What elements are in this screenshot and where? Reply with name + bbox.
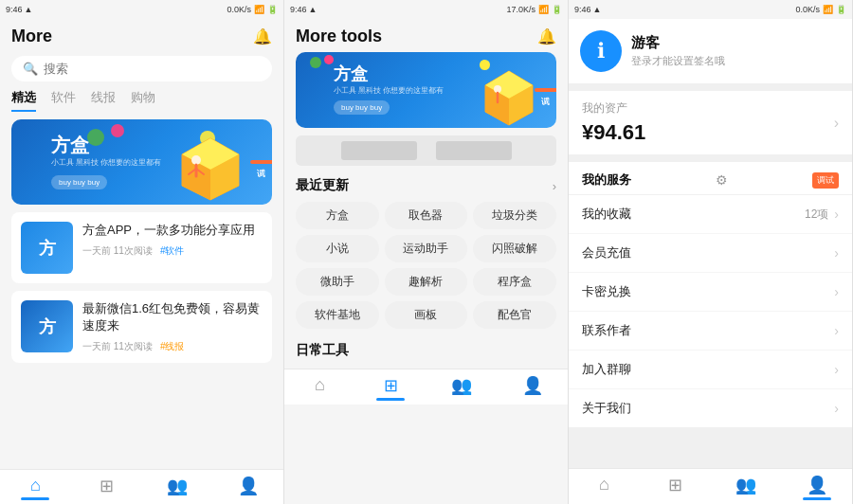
debug-badge-p2: 调试 (535, 88, 556, 92)
service-row-3[interactable]: 联系作者 › (569, 312, 852, 351)
service-row-2[interactable]: 卡密兑换 › (569, 273, 852, 312)
chevron-icon-3: › (834, 323, 839, 338)
recent-arrow-p2[interactable]: › (553, 179, 556, 193)
home-icon-p1: ⌂ (30, 476, 41, 495)
users-icon-p3: 👥 (735, 475, 756, 495)
nav-home-p1[interactable]: ⌂ (0, 476, 71, 500)
tool-chip-8[interactable]: 程序盒 (473, 268, 556, 296)
status-icon-p1: ▲ (25, 5, 33, 14)
asset-arrow: › (834, 115, 839, 132)
tool-chip-5[interactable]: 闪照破解 (473, 235, 556, 262)
header-more-tools: More tools 🔔 (284, 19, 568, 52)
grid-icon-p2: ⊞ (384, 375, 398, 396)
service-row-4[interactable]: 加入群聊 › (569, 351, 852, 389)
service-label-0: 我的收藏 (582, 206, 631, 223)
nav-user-p3[interactable]: 👤 (781, 475, 852, 500)
article-tag-1: #线报 (160, 340, 185, 353)
tool-chip-1[interactable]: 取色器 (385, 202, 468, 229)
nav-grid-p1[interactable]: ⊞ (71, 476, 142, 500)
article-thumb-0: 方 (21, 222, 73, 274)
tool-chip-10[interactable]: 画板 (385, 301, 468, 329)
nav-grid-p3[interactable]: ⊞ (640, 475, 711, 500)
bottom-nav-p1: ⌂ ⊞ 👥 👤 (0, 469, 283, 504)
article-card-0[interactable]: 方 方盒APP，一款多功能分享应用 一天前 11次阅读 #软件 (11, 212, 272, 283)
status-bar-p1: 9:46 ▲ 0.0K/s 📶 🔋 (0, 0, 283, 19)
tool-chip-6[interactable]: 微助手 (296, 268, 379, 296)
banner-p1[interactable]: 方盒 小工具 黑科技 你想要的这里都有 buy buy buy (11, 119, 272, 205)
home-icon-p2: ⌂ (315, 375, 325, 395)
nav-user-p1[interactable]: 👤 (212, 476, 283, 500)
users-icon-p2: 👥 (451, 375, 472, 396)
nav-home-p2[interactable]: ⌂ (284, 375, 355, 401)
bottom-nav-p3: ⌂ ⊞ 👥 👤 (569, 468, 852, 504)
tab-shopping[interactable]: 购物 (131, 89, 155, 112)
tab-featured[interactable]: 精选 (11, 89, 36, 112)
grid-icon-p1: ⊞ (100, 476, 114, 496)
service-label-2: 卡密兑换 (582, 283, 631, 300)
panel-more-tools: 9:46 ▲ 17.0K/s 📶 🔋 More tools 🔔 方盒 小工具 黑… (284, 0, 569, 504)
nav-users-p3[interactable]: 👥 (711, 475, 782, 500)
tool-chip-9[interactable]: 软件基地 (296, 301, 379, 329)
time-p3: 9:46 (574, 5, 591, 14)
avatar: ℹ (580, 30, 622, 72)
banner-p2[interactable]: 方盒 小工具 黑科技 你想要的这里都有 buy buy buy 调试 (296, 52, 556, 128)
asset-card[interactable]: 我的资产 ¥94.61 › (569, 91, 852, 154)
service-row-right-0: 12项 › (805, 207, 839, 223)
status-icons-p2: 17.0K/s 📶 🔋 (506, 5, 562, 14)
gear-icon[interactable]: ⚙ (716, 172, 728, 188)
tool-chip-4[interactable]: 运动助手 (385, 235, 468, 262)
service-row-0[interactable]: 我的收藏 12项 › (569, 195, 852, 234)
banner-btn-p1[interactable]: buy buy buy (51, 175, 107, 189)
status-bar-p2: 9:46 ▲ 17.0K/s 📶 🔋 (284, 0, 568, 19)
nav-grid-p2[interactable]: ⊞ (355, 375, 426, 401)
status-bar-p3: 9:46 ▲ 0.0K/s 📶 🔋 (569, 0, 852, 19)
recent-header-p2: 最近更新 › (284, 171, 568, 198)
banner-sub-p2: 小工具 黑科技 你想要的这里都有 (334, 85, 444, 96)
search-icon-p1: 🔍 (23, 62, 38, 76)
search-input-p1[interactable] (44, 62, 261, 76)
tool-chip-2[interactable]: 垃圾分类 (473, 202, 556, 229)
article-title-1: 最新微信1.6红包免费领，容易黄速度来 (82, 300, 263, 334)
banner-btn-p2[interactable]: buy buy buy (334, 100, 390, 115)
tool-chip-3[interactable]: 小说 (296, 235, 379, 262)
user-icon-p1: 👤 (238, 476, 259, 496)
page-title-more: More (11, 27, 52, 46)
tab-software[interactable]: 软件 (51, 89, 76, 112)
nav-users-p1[interactable]: 👥 (142, 476, 213, 500)
chevron-icon-4: › (834, 362, 839, 377)
time-p2: 9:46 (290, 5, 307, 14)
tool-chip-0[interactable]: 方盒 (296, 202, 379, 229)
article-info-0: 方盒APP，一款多功能分享应用 一天前 11次阅读 #软件 (82, 222, 263, 258)
article-tag-0: #软件 (160, 244, 185, 258)
search-bar-p1[interactable]: 🔍 (11, 56, 272, 81)
bell-icon-p1[interactable]: 🔔 (253, 27, 272, 46)
nav-users-p2[interactable]: 👥 (426, 375, 498, 401)
tool-chip-7[interactable]: 趣解析 (385, 268, 468, 296)
bell-icon-p2[interactable]: 🔔 (537, 27, 556, 46)
nav-user-p2[interactable]: 👤 (497, 375, 568, 401)
service-label-4: 加入群聊 (582, 361, 631, 378)
chevron-icon-5: › (834, 401, 839, 416)
chevron-icon-2: › (834, 284, 839, 299)
article-thumb-1: 方 (21, 300, 73, 352)
service-title: 我的服务 (582, 171, 631, 189)
banner-title-p2: 方盒 (334, 65, 444, 82)
nav-home-p3[interactable]: ⌂ (569, 475, 640, 500)
time-p1: 9:46 (6, 5, 23, 14)
chevron-icon-0: › (834, 207, 839, 222)
panel-more: 9:46 ▲ 0.0K/s 📶 🔋 More 🔔 🔍 精选 软件 线报 购物 方… (0, 0, 284, 504)
article-card-1[interactable]: 方 最新微信1.6红包免费领，容易黄速度来 一天前 11次阅读 #线报 (11, 291, 272, 363)
service-row-5[interactable]: 关于我们 › (569, 389, 852, 427)
tool-grid-p2: 方盒 取色器 垃圾分类 小说 运动助手 闪照破解 微助手 趣解析 程序盒 软件基… (284, 198, 568, 336)
service-row-1[interactable]: 会员充值 › (569, 234, 852, 273)
page-title-more-tools: More tools (296, 27, 382, 46)
header-more: More 🔔 (0, 19, 283, 52)
tab-deals[interactable]: 线报 (91, 89, 116, 112)
recent-label-p2: 最近更新 (296, 177, 349, 194)
asset-label: 我的资产 (582, 100, 645, 117)
service-section: 我的服务 ⚙ 调试 我的收藏 12项 › 会员充值 › 卡密兑换 › 联系作者 … (569, 162, 852, 427)
tool-chip-11[interactable]: 配色官 (473, 301, 556, 329)
service-count-0: 12项 (805, 207, 828, 223)
bottom-nav-p2: ⌂ ⊞ 👥 👤 (284, 369, 568, 405)
profile-header: ℹ 游客 登录才能设置签名哦 (569, 19, 852, 83)
